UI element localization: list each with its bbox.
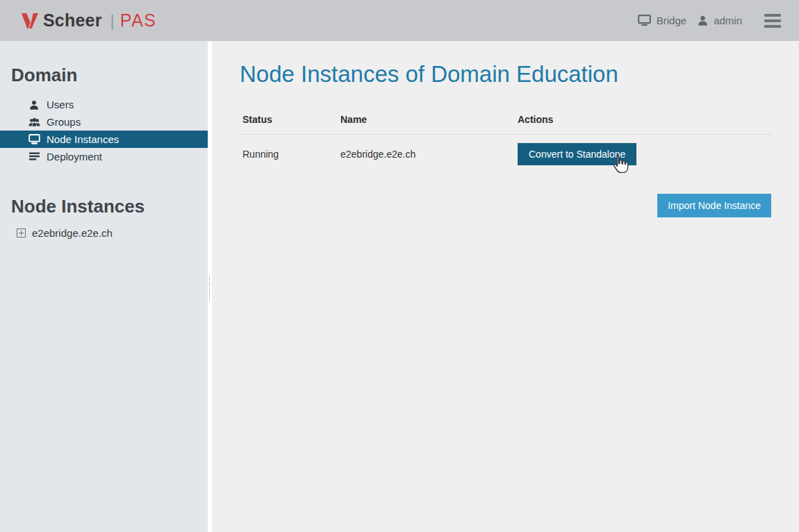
- sidebar-item-label: Users: [47, 99, 74, 110]
- name-cell: e2ebridge.e2e.ch: [340, 149, 518, 160]
- column-header-status: Status: [242, 114, 340, 125]
- bridge-menu[interactable]: Bridge: [638, 15, 686, 26]
- import-node-instance-button[interactable]: Import Node Instance: [657, 194, 771, 217]
- sidebar-item-label: Node Instances: [47, 133, 119, 145]
- resize-handle-icon[interactable]: [208, 276, 211, 301]
- sidebar-instances-heading: Node Instances: [11, 196, 208, 217]
- bridge-label: Bridge: [657, 15, 686, 26]
- sidebar-item-label: Deployment: [47, 151, 102, 163]
- status-cell: Running: [242, 149, 340, 160]
- users-icon: [28, 117, 40, 127]
- topbar: Scheer | PAS Bridge admin: [0, 0, 799, 41]
- page-title: Node Instances of Domain Education: [240, 60, 771, 89]
- convert-to-standalone-button[interactable]: Convert to Standalone: [518, 143, 636, 165]
- scheer-pas-logo: Scheer | PAS: [21, 10, 157, 31]
- logo-brand-text: Scheer: [43, 10, 102, 31]
- hamburger-menu-icon[interactable]: [764, 14, 781, 28]
- monitor-icon: [638, 15, 651, 26]
- user-icon: [28, 100, 40, 110]
- table-header-row: Status Name Actions: [240, 108, 771, 135]
- sidebar: Domain Users: [0, 41, 208, 532]
- monitor-icon: [28, 134, 40, 144]
- plus-square-icon[interactable]: [17, 228, 26, 238]
- main-content: Node Instances of Domain Education Statu…: [212, 41, 799, 532]
- column-header-name: Name: [340, 114, 518, 125]
- column-header-actions: Actions: [518, 114, 771, 125]
- sidebar-item-groups[interactable]: Groups: [0, 113, 208, 131]
- domain-nav: Users Groups: [0, 96, 208, 165]
- username-label: admin: [714, 15, 742, 26]
- tree-item-label: e2ebridge.e2e.ch: [32, 227, 113, 239]
- tree-item-e2ebridge[interactable]: e2ebridge.e2e.ch: [0, 227, 208, 239]
- sidebar-item-users[interactable]: Users: [0, 96, 208, 113]
- table-row: Running e2ebridge.e2e.ch Convert to Stan…: [240, 135, 771, 174]
- user-icon: [698, 15, 708, 26]
- logo-divider: |: [110, 11, 115, 31]
- deployment-icon: [28, 152, 40, 161]
- user-menu[interactable]: admin: [698, 15, 742, 26]
- sidebar-item-label: Groups: [47, 116, 81, 128]
- sidebar-item-deployment[interactable]: Deployment: [0, 148, 208, 165]
- sidebar-domain-heading: Domain: [11, 65, 208, 86]
- node-instances-table: Status Name Actions Running e2ebridge.e2…: [240, 108, 771, 174]
- logo-product-text: PAS: [120, 10, 157, 31]
- sidebar-item-node-instances[interactable]: Node Instances: [0, 131, 208, 148]
- scheer-logo-mark-icon: [21, 12, 39, 30]
- actions-cell: Convert to Standalone: [518, 143, 771, 165]
